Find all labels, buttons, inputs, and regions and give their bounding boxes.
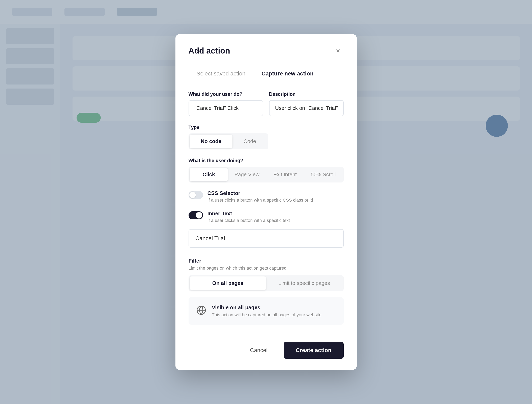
css-selector-title: CSS Selector: [208, 190, 313, 196]
modal-body: What did your user do? Description Type …: [175, 81, 357, 336]
action-scroll-button[interactable]: 50% Scroll: [304, 168, 343, 181]
modal-footer: Cancel Create action: [175, 336, 357, 370]
visibility-title: Visible on all pages: [212, 304, 322, 311]
css-selector-row: CSS Selector If a user clicks a button w…: [188, 190, 344, 203]
filter-subtitle: Limit the pages on which this action get…: [188, 265, 344, 271]
form-group-description: Description: [269, 91, 344, 116]
filter-specific-pages-button[interactable]: Limit to specific pages: [266, 277, 343, 290]
inner-text-desc: If a user clicks a button with a specifi…: [208, 218, 290, 223]
action-exit-intent-button[interactable]: Exit Intent: [266, 168, 304, 181]
filter-title: Filter: [188, 258, 344, 264]
user-action-toggle: Click Page View Exit Intent 50% Scroll: [188, 167, 344, 183]
inner-text-toggle[interactable]: [188, 211, 203, 219]
visibility-card: Visible on all pages This action will be…: [188, 297, 344, 325]
description-input[interactable]: [269, 100, 344, 116]
create-action-button[interactable]: Create action: [284, 342, 344, 359]
switch-thumb: [189, 192, 196, 198]
css-selector-toggle[interactable]: [188, 191, 203, 199]
modal-tabs: Select saved action Capture new action: [175, 58, 357, 81]
globe-icon: [196, 305, 206, 315]
type-toggle: No code Code: [188, 133, 268, 149]
switch-thumb: [196, 212, 202, 219]
form-row-what-description: What did your user do? Description: [188, 91, 344, 116]
inner-text-info: Inner Text If a user clicks a button wit…: [208, 210, 290, 223]
cancel-button[interactable]: Cancel: [240, 342, 278, 359]
description-label: Description: [269, 91, 344, 97]
modal-header: Add action ×: [175, 34, 357, 56]
what-label: What did your user do?: [188, 91, 263, 97]
user-doing-label: What is the user doing?: [188, 158, 344, 163]
filter-toggle: On all pages Limit to specific pages: [188, 275, 344, 291]
visibility-desc: This action will be captured on all page…: [212, 312, 322, 317]
action-click-button[interactable]: Click: [190, 168, 228, 181]
type-code-button[interactable]: Code: [233, 135, 267, 148]
modal-dialog: Add action × Select saved action Capture…: [175, 34, 357, 370]
filter-all-pages-button[interactable]: On all pages: [190, 277, 266, 290]
inner-text-input[interactable]: [188, 229, 344, 248]
css-selector-info: CSS Selector If a user clicks a button w…: [208, 190, 313, 203]
close-button[interactable]: ×: [333, 45, 344, 56]
tab-capture-new[interactable]: Capture new action: [253, 66, 322, 81]
inner-text-row: Inner Text If a user clicks a button wit…: [188, 210, 344, 223]
form-group-what: What did your user do?: [188, 91, 263, 116]
type-label: Type: [188, 125, 344, 130]
filter-section: Filter Limit the pages on which this act…: [188, 258, 344, 291]
visibility-info: Visible on all pages This action will be…: [212, 304, 322, 317]
css-selector-desc: If a user clicks a button with a specifi…: [208, 198, 313, 203]
type-no-code-button[interactable]: No code: [190, 135, 233, 148]
action-page-view-button[interactable]: Page View: [228, 168, 266, 181]
inner-text-title: Inner Text: [208, 210, 290, 217]
modal-overlay: Add action × Select saved action Capture…: [0, 0, 532, 404]
what-input[interactable]: [188, 100, 263, 116]
tab-select-saved[interactable]: Select saved action: [188, 66, 254, 81]
modal-title: Add action: [188, 46, 230, 55]
